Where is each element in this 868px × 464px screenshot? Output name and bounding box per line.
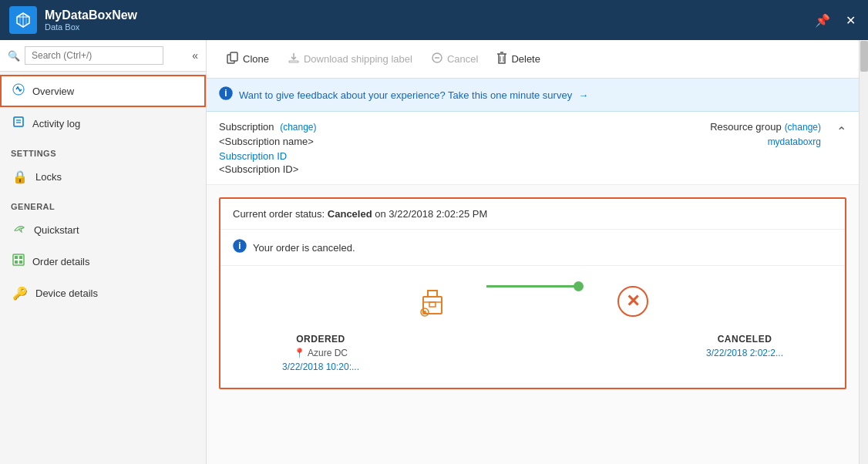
cancel-button[interactable]: Cancel [423, 48, 486, 70]
title-bar-left: MyDataBoxNew Data Box [9, 6, 137, 34]
subscription-info: Subscription (change) <Subscription name… [207, 112, 859, 185]
subscription-label: Subscription [219, 121, 274, 133]
ordered-step-icon [412, 281, 453, 321]
main-container: 🔍 « Overview [0, 40, 868, 464]
title-bar-text: MyDataBoxNew Data Box [45, 8, 137, 32]
title-bar: MyDataBoxNew Data Box 📌 ✕ [0, 0, 868, 40]
svg-rect-3 [13, 254, 24, 265]
status-header: Current order status: Canceled on 3/22/2… [220, 199, 845, 230]
ordered-step-info: ORDERED 📍 Azure DC 3/22/2018 10:20:... [267, 334, 375, 372]
resource-group-label: Resource group [710, 121, 782, 133]
canceled-step-icon: ✕ [613, 281, 653, 321]
collapse-sidebar-button[interactable]: « [192, 49, 198, 62]
settings-section-label: SETTINGS [0, 140, 206, 161]
delete-button[interactable]: Delete [489, 48, 548, 70]
content-wrapper: Clone Download shipping label [207, 40, 868, 464]
sidebar-item-activity-log[interactable]: Activity log [0, 107, 206, 140]
info-row: i Your order is canceled. [220, 230, 845, 266]
sidebar-item-quickstart-label: Quickstart [34, 224, 79, 236]
delete-label: Delete [511, 53, 540, 65]
delete-icon [496, 52, 507, 66]
svg-text:i: i [238, 240, 241, 251]
svg-rect-9 [230, 52, 237, 61]
svg-text:i: i [224, 88, 227, 99]
subscription-collapse-button[interactable]: ⌃ [836, 124, 846, 139]
svg-rect-7 [19, 261, 22, 264]
canceled-icon: ✕ [617, 286, 648, 317]
sidebar-item-locks-label: Locks [35, 171, 62, 183]
subscription-right: Resource group (change) mydataboxrg [710, 121, 821, 175]
sidebar-item-activity-log-label: Activity log [32, 118, 80, 129]
timeline-connector [486, 285, 579, 287]
toolbar: Clone Download shipping label [207, 40, 859, 79]
download-shipping-label-button[interactable]: Download shipping label [280, 48, 420, 70]
resource-group-change-link[interactable]: (change) [785, 122, 821, 133]
cancel-label: Cancel [447, 53, 478, 65]
ordered-label: ORDERED [296, 334, 345, 345]
scrollbar-track[interactable] [859, 40, 868, 464]
subscription-id-value: <Subscription ID> [219, 163, 695, 175]
close-button[interactable]: ✕ [843, 10, 859, 31]
timeline-step-canceled: ✕ [579, 281, 687, 321]
search-input[interactable] [25, 46, 163, 65]
sidebar-item-overview[interactable]: Overview [0, 75, 206, 107]
timeline-steps: ✕ [378, 281, 687, 321]
location-pin-icon: 📍 [294, 348, 305, 358]
sidebar: 🔍 « Overview [0, 40, 207, 464]
feedback-link[interactable]: → [578, 89, 588, 101]
sidebar-item-overview-label: Overview [32, 86, 74, 97]
step-labels-row: ORDERED 📍 Azure DC 3/22/2018 10:20:... C… [251, 334, 814, 372]
svg-rect-0 [14, 117, 23, 126]
locks-icon: 🔒 [12, 170, 28, 184]
canceled-label: CANCELED [718, 334, 772, 345]
canceled-time: 3/22/2018 2:02:2... [706, 348, 783, 358]
sidebar-nav: Overview Activity log SETTINGS 🔒 Locks [0, 72, 206, 464]
resource-group-value[interactable]: mydataboxrg [768, 136, 821, 147]
title-bar-controls: 📌 ✕ [812, 10, 859, 31]
subscription-change-link[interactable]: (change) [280, 122, 316, 133]
main-content: Current order status: Canceled on 3/22/2… [207, 185, 859, 464]
status-text-bold: Canceled [328, 208, 372, 220]
sidebar-item-locks[interactable]: 🔒 Locks [0, 161, 206, 193]
svg-rect-5 [19, 256, 22, 259]
download-label: Download shipping label [304, 53, 412, 65]
scrollbar-thumb[interactable] [860, 41, 868, 72]
canceled-step-info: CANCELED 3/22/2018 2:02:2... [691, 334, 799, 372]
svg-rect-6 [15, 261, 18, 264]
feedback-banner: i Want to give feedback about your exper… [207, 79, 859, 112]
status-text-date: on 3/22/2018 2:02:25 PM [372, 208, 488, 220]
app-subtitle: Data Box [45, 22, 137, 32]
ordered-location-text: Azure DC [308, 348, 348, 358]
order-info-icon: i [233, 239, 247, 256]
svg-rect-18 [423, 297, 442, 314]
device-details-icon: 🔑 [12, 286, 28, 301]
ordered-location: 📍 Azure DC [294, 348, 348, 358]
timeline-step-ordered [378, 281, 486, 321]
sidebar-item-device-details-label: Device details [35, 287, 98, 299]
clone-button[interactable]: Clone [219, 48, 277, 70]
ordered-time: 3/22/2018 10:20:... [282, 361, 359, 372]
overview-icon [12, 83, 25, 99]
activity-log-icon [12, 116, 25, 131]
sidebar-item-order-details[interactable]: Order details [0, 245, 206, 277]
content-area: Clone Download shipping label [207, 40, 859, 464]
subscription-name-value: <Subscription name> [219, 136, 695, 147]
feedback-text: Want to give feedback about your experie… [239, 89, 572, 101]
sidebar-item-device-details[interactable]: 🔑 Device details [0, 277, 206, 309]
pin-button[interactable]: 📌 [812, 10, 833, 31]
quickstart-icon [12, 223, 26, 237]
sidebar-item-quickstart[interactable]: Quickstart [0, 214, 206, 245]
cancel-icon [431, 52, 443, 66]
order-details-icon [12, 254, 25, 269]
order-cancelled-message: Your order is canceled. [253, 242, 355, 254]
general-section-label: GENERAL [0, 193, 206, 214]
app-icon [9, 6, 37, 34]
svg-rect-4 [15, 256, 18, 259]
svg-rect-20 [429, 302, 436, 307]
download-icon [288, 52, 300, 66]
clone-icon [227, 52, 239, 66]
search-icon: 🔍 [8, 50, 20, 62]
clone-label: Clone [243, 53, 269, 65]
subscription-left: Subscription (change) <Subscription name… [219, 121, 695, 175]
status-text-prefix: Current order status: [233, 208, 328, 220]
